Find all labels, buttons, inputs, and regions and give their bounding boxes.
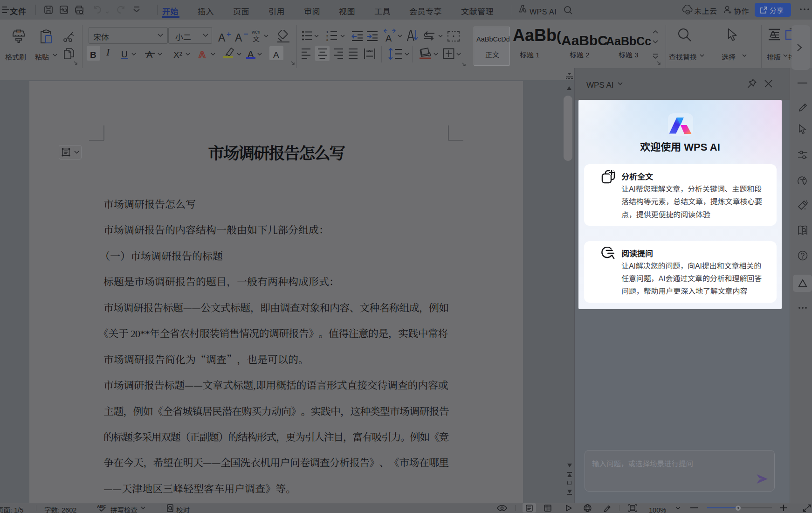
svg-text:3: 3 [326, 37, 328, 41]
svg-text:ABC: ABC [97, 504, 106, 509]
